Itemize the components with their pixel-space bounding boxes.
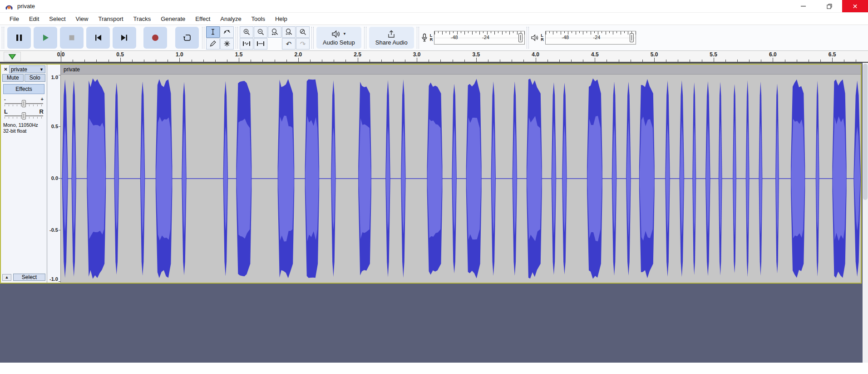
timeline-tick — [595, 58, 595, 62]
timeline-tick — [476, 58, 477, 62]
multi-tool-button[interactable] — [220, 38, 234, 50]
vertical-scrollbar[interactable] — [863, 63, 868, 363]
timeline-tick — [203, 60, 204, 62]
redo-icon: ↷ — [300, 40, 306, 47]
solo-button[interactable]: Solo — [25, 74, 46, 82]
audacity-logo-icon — [5, 2, 14, 11]
trim-audio-button[interactable] — [240, 38, 253, 50]
timeline-tick — [370, 60, 370, 62]
track-collapse-button[interactable]: ▲ — [2, 274, 11, 281]
minimize-button[interactable] — [790, 0, 816, 12]
timeline-tick — [322, 60, 322, 62]
transport-toolbar-grip[interactable] — [2, 27, 4, 49]
selection-tool-button[interactable] — [206, 26, 220, 38]
recording-meter[interactable]: LR -48 -24 — [421, 30, 525, 45]
zoom-out-button[interactable] — [254, 26, 267, 38]
stop-button[interactable] — [60, 27, 84, 49]
close-button[interactable]: ✕ — [842, 0, 868, 12]
vruler-label: -1.0 — [49, 276, 58, 282]
playback-volume-slider[interactable] — [630, 33, 634, 42]
playback-meter-grip[interactable] — [527, 27, 529, 49]
menu-transport[interactable]: Transport — [93, 14, 128, 24]
audio-clip: private — [61, 65, 861, 283]
share-audio-button[interactable]: Share Audio — [369, 27, 414, 49]
vruler-label: -0.5 — [49, 227, 58, 233]
zoom-in-button[interactable] — [240, 26, 253, 38]
menu-view[interactable]: View — [71, 14, 94, 24]
pause-button[interactable] — [7, 27, 31, 49]
playback-meter-scale[interactable]: -48 -24 — [545, 31, 636, 45]
track-select-button[interactable]: Select — [13, 274, 45, 281]
record-button[interactable] — [143, 27, 167, 49]
timeline-label: 1.5 — [235, 51, 243, 58]
track-workspace[interactable]: ✕ private ▼ Mute Solo Effects - + — [0, 63, 868, 363]
tools-toolbar-grip[interactable] — [202, 27, 204, 49]
timeline-tick — [275, 60, 275, 62]
menu-analyze[interactable]: Analyze — [215, 14, 246, 24]
skip-to-end-button[interactable] — [113, 27, 136, 49]
gain-slider-thumb[interactable] — [22, 100, 26, 107]
pan-slider[interactable]: L R — [3, 110, 44, 120]
pan-slider-thumb[interactable] — [22, 112, 26, 120]
share-toolbar-grip[interactable] — [364, 27, 366, 49]
audio-setup-toolbar-grip[interactable] — [311, 27, 314, 49]
vertical-scrollbar-thumb[interactable] — [863, 64, 868, 200]
timeline-tick — [820, 60, 821, 62]
timeline-tick — [179, 58, 180, 62]
menu-bar: FileEditSelectViewTransportTracksGenerat… — [0, 13, 868, 25]
menu-select[interactable]: Select — [44, 14, 70, 24]
timeline-tick — [666, 60, 666, 62]
recording-meter-right-label: R — [430, 38, 433, 42]
zoom-toggle-button[interactable] — [296, 26, 310, 38]
restore-button[interactable] — [816, 0, 842, 12]
timeline-tick — [156, 60, 156, 62]
recording-volume-slider[interactable] — [518, 33, 523, 42]
menu-effect[interactable]: Effect — [190, 14, 215, 24]
speaker-icon — [331, 30, 340, 38]
mute-button[interactable]: Mute — [2, 74, 24, 82]
recording-meter-scale[interactable]: -48 -24 — [434, 31, 525, 45]
play-button[interactable] — [34, 27, 57, 49]
zoom-to-selection-button[interactable] — [268, 26, 281, 38]
undo-button[interactable]: ↶ — [282, 38, 296, 50]
microphone-icon — [421, 33, 428, 42]
draw-tool-button[interactable] — [206, 38, 220, 50]
timeline-label: 2.5 — [354, 51, 361, 58]
envelope-tool-button[interactable] — [220, 26, 234, 38]
audio-setup-button[interactable]: ▼ Audio Setup — [316, 27, 361, 49]
skip-to-start-button[interactable] — [86, 27, 110, 49]
menu-tools[interactable]: Tools — [247, 14, 270, 24]
loop-button[interactable] — [175, 27, 199, 49]
edit-toolbar-grip[interactable] — [236, 27, 238, 49]
recording-meter-grip[interactable] — [417, 27, 419, 49]
track-name-field[interactable]: private ▼ — [9, 65, 45, 73]
playback-meter[interactable]: LR -48 -24 — [531, 30, 636, 45]
timeline-tick — [262, 60, 263, 62]
waveform-area[interactable] — [61, 75, 861, 283]
menu-help[interactable]: Help — [270, 14, 292, 24]
fit-project-button[interactable] — [282, 26, 296, 38]
timeline-tick — [631, 60, 631, 62]
vertical-ruler[interactable]: 1.00.50.0-0.5-1.0 — [47, 65, 61, 283]
timeline-tick — [702, 60, 702, 62]
timeline-pin-button[interactable] — [4, 52, 21, 61]
timeline-tick — [239, 58, 239, 62]
share-upload-icon — [387, 30, 396, 38]
effects-button[interactable]: Effects — [3, 84, 44, 94]
clip-header[interactable]: private — [61, 65, 861, 75]
redo-button[interactable]: ↷ — [296, 38, 310, 50]
gain-slider[interactable]: - + — [3, 97, 44, 107]
timeline-tick — [429, 60, 429, 62]
track-close-button[interactable]: ✕ — [2, 66, 9, 73]
timeline-tick — [417, 58, 417, 62]
timeline-tick — [192, 60, 192, 62]
share-audio-label: Share Audio — [375, 39, 408, 46]
menu-generate[interactable]: Generate — [156, 14, 190, 24]
recording-meter-label-24: -24 — [482, 35, 489, 40]
menu-edit[interactable]: Edit — [24, 14, 44, 24]
menu-tracks[interactable]: Tracks — [128, 14, 156, 24]
menu-file[interactable]: File — [5, 14, 24, 24]
silence-audio-button[interactable] — [254, 38, 267, 50]
timeline-ruler[interactable]: 0.00.51.01.52.02.53.03.54.04.55.05.56.06… — [0, 51, 868, 63]
timeline-tick — [571, 60, 572, 62]
